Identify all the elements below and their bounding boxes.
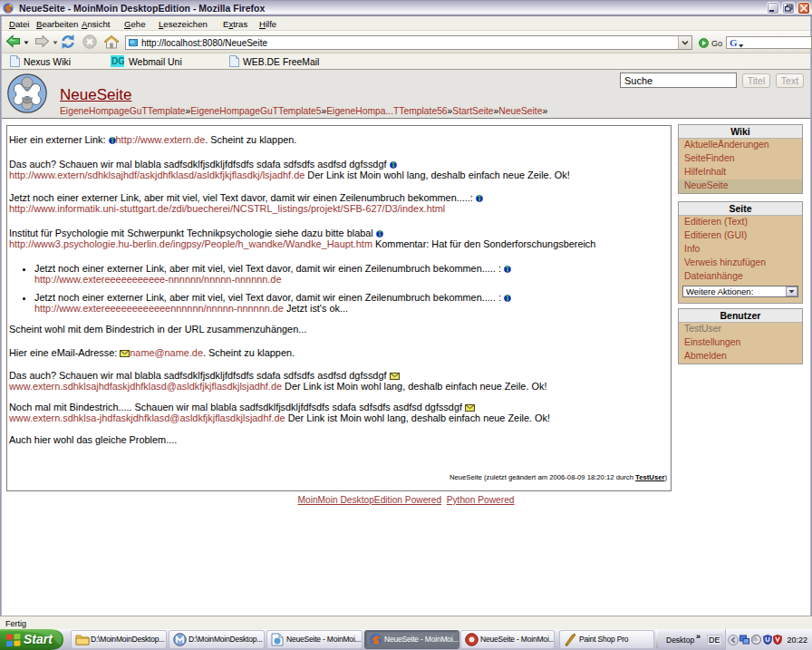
svg-text:DG: DG <box>111 56 124 66</box>
